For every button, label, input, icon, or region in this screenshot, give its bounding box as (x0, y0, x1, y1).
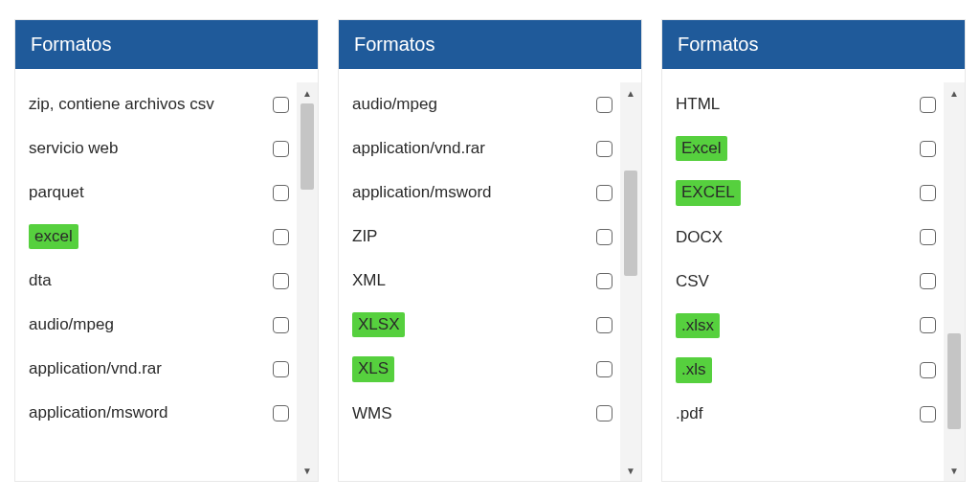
format-checkbox[interactable] (596, 317, 612, 333)
format-checkbox[interactable] (920, 406, 936, 422)
panel-header: Formatos (15, 20, 318, 69)
format-row: excel (29, 215, 289, 259)
format-label: application/msword (29, 403, 168, 422)
scroll-thumb[interactable] (301, 103, 314, 190)
format-label: WMS (352, 404, 392, 423)
scrollbar[interactable]: ▲ ▼ (620, 82, 641, 481)
scrollbar[interactable]: ▲ ▼ (297, 82, 318, 481)
formats-panel-2: Formatos audio/mpeg application/vnd.rar … (338, 19, 642, 482)
format-row: application/msword (352, 171, 612, 215)
format-row: application/vnd.rar (29, 347, 289, 391)
panel-body: zip, contiene archivos csv servicio web … (15, 69, 318, 481)
format-label: HTML (676, 95, 720, 114)
format-label: dta (29, 271, 52, 290)
format-row: zip, contiene archivos csv (29, 82, 289, 126)
format-label: application/msword (352, 183, 492, 202)
format-checkbox[interactable] (596, 361, 612, 377)
format-label: ZIP (352, 227, 377, 246)
format-checkbox[interactable] (273, 317, 289, 333)
scroll-up-icon[interactable]: ▲ (297, 82, 318, 103)
formats-panel-1: Formatos zip, contiene archivos csv serv… (14, 19, 319, 482)
panel-body: HTML Excel EXCEL DOCX CSV .xlsx .xls .pd… (662, 69, 965, 481)
format-row: DOCX (676, 216, 936, 260)
format-row: WMS (352, 392, 612, 436)
format-label: zip, contiene archivos csv (29, 95, 214, 114)
format-label-highlighted: .xls (676, 357, 712, 382)
scroll-thumb[interactable] (947, 333, 961, 429)
format-row: audio/mpeg (29, 303, 289, 347)
format-label: .pdf (676, 404, 702, 423)
scroll-up-icon[interactable]: ▲ (944, 82, 965, 103)
format-checkbox[interactable] (596, 141, 612, 157)
format-row: EXCEL (676, 171, 936, 215)
scroll-down-icon[interactable]: ▼ (297, 460, 318, 481)
format-label-highlighted: excel (29, 224, 78, 249)
format-checkbox[interactable] (273, 185, 289, 201)
scroll-down-icon[interactable]: ▼ (944, 460, 965, 481)
formats-panel-3: Formatos HTML Excel EXCEL DOCX CSV .xlsx… (661, 19, 966, 482)
scroll-up-icon[interactable]: ▲ (620, 82, 641, 103)
format-checkbox[interactable] (596, 405, 612, 421)
format-label: application/vnd.rar (29, 359, 162, 378)
format-row: CSV (676, 260, 936, 304)
format-row: parquet (29, 171, 289, 215)
format-checkbox[interactable] (920, 362, 936, 378)
panel-header: Formatos (662, 20, 965, 69)
format-row: Excel (676, 126, 936, 171)
format-label: CSV (676, 272, 709, 291)
format-checkbox[interactable] (273, 405, 289, 421)
format-label-highlighted: Excel (676, 136, 727, 161)
format-row: ZIP (352, 215, 612, 259)
format-checkbox[interactable] (920, 97, 936, 113)
format-label-highlighted: .xlsx (676, 313, 720, 338)
format-checkbox[interactable] (273, 229, 289, 245)
format-row: application/msword (29, 391, 289, 435)
format-label-highlighted: XLSX (352, 312, 405, 337)
format-checkbox[interactable] (273, 141, 289, 157)
panel-body: audio/mpeg application/vnd.rar applicati… (339, 69, 641, 481)
scroll-track[interactable] (620, 103, 641, 460)
format-label-highlighted: EXCEL (676, 180, 741, 205)
format-row: XLSX (352, 303, 612, 347)
format-row: .xlsx (676, 304, 936, 348)
format-checkbox[interactable] (920, 141, 936, 157)
format-checkbox[interactable] (920, 317, 936, 333)
format-row: .xls (676, 348, 936, 392)
format-list: audio/mpeg application/vnd.rar applicati… (339, 82, 620, 481)
format-row: .pdf (676, 393, 936, 437)
format-list: zip, contiene archivos csv servicio web … (15, 82, 297, 481)
format-row: application/vnd.rar (352, 126, 612, 171)
format-row: HTML (676, 82, 936, 126)
format-label: audio/mpeg (352, 95, 437, 114)
format-checkbox[interactable] (273, 361, 289, 377)
format-row: XML (352, 259, 612, 303)
format-checkbox[interactable] (596, 273, 612, 289)
scroll-track[interactable] (944, 103, 965, 460)
format-row: audio/mpeg (352, 82, 612, 126)
format-checkbox[interactable] (596, 97, 612, 113)
scroll-down-icon[interactable]: ▼ (620, 460, 641, 481)
format-checkbox[interactable] (273, 273, 289, 289)
format-label: parquet (29, 183, 84, 202)
format-label: XML (352, 271, 386, 290)
panel-header: Formatos (339, 20, 641, 69)
scroll-track[interactable] (297, 103, 318, 460)
format-label: servicio web (29, 139, 119, 158)
scrollbar[interactable]: ▲ ▼ (944, 82, 965, 481)
format-label-highlighted: XLS (352, 356, 394, 381)
scroll-thumb[interactable] (624, 171, 637, 276)
format-list: HTML Excel EXCEL DOCX CSV .xlsx .xls .pd… (662, 82, 944, 481)
format-checkbox[interactable] (596, 229, 612, 245)
format-label: DOCX (676, 228, 723, 247)
format-row: XLS (352, 347, 612, 391)
format-row: servicio web (29, 126, 289, 171)
format-row: dta (29, 259, 289, 303)
format-label: audio/mpeg (29, 315, 114, 334)
format-label: application/vnd.rar (352, 139, 485, 158)
format-checkbox[interactable] (920, 273, 936, 289)
format-checkbox[interactable] (920, 229, 936, 245)
format-checkbox[interactable] (596, 185, 612, 201)
format-checkbox[interactable] (920, 185, 936, 201)
format-checkbox[interactable] (273, 97, 289, 113)
